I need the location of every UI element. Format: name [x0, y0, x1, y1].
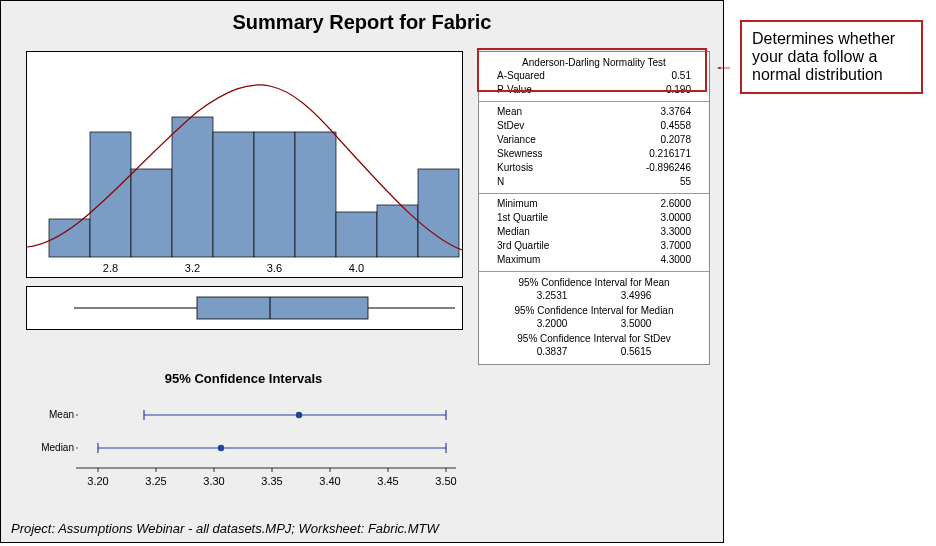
stat-value: 0.51 — [672, 69, 703, 83]
histogram-bar — [172, 117, 213, 257]
summary-row: Mean3.3764 — [485, 105, 703, 119]
summary-row: Variance0.2078 — [485, 133, 703, 147]
stat-label: P-Value — [485, 83, 532, 97]
histogram-tick-label: 2.8 — [103, 262, 118, 274]
ci-tick-label: 3.45 — [377, 475, 398, 487]
stat-value: 3.3000 — [660, 225, 703, 239]
summary-row: Skewness0.216171 — [485, 147, 703, 161]
ci-title: 95% Confidence Intervals — [26, 371, 461, 386]
boxplot-chart — [26, 286, 463, 330]
fivenum-row: 3rd Quartile3.7000 — [485, 239, 703, 253]
ci-high: 3.5000 — [621, 317, 652, 331]
stat-label: Kurtosis — [485, 161, 533, 175]
histogram-bar — [377, 205, 418, 257]
histogram-bar — [418, 169, 459, 257]
ci-tick-label: 3.50 — [435, 475, 456, 487]
stat-label: Mean — [485, 105, 522, 119]
footer-text: Project: Assumptions Webinar - all datas… — [11, 521, 439, 536]
histogram-bar — [213, 132, 254, 257]
normality-section: Anderson-Darling Normality Test A-Square… — [479, 52, 709, 102]
summary-row: N55 — [485, 175, 703, 189]
ci-stat-title: 95% Confidence Interval for StDev — [485, 331, 703, 345]
stat-label: Minimum — [485, 197, 538, 211]
stat-label: Median — [485, 225, 530, 239]
ci-tick-label: 3.35 — [261, 475, 282, 487]
ci-section: 95% Confidence Interval for Mean3.25313.… — [479, 272, 709, 364]
ci-tick-label: 3.25 — [145, 475, 166, 487]
histogram-bar — [131, 169, 172, 257]
ci-tick-label: 3.40 — [319, 475, 340, 487]
fivenum-section: Minimum2.60001st Quartile3.0000Median3.3… — [479, 194, 709, 272]
stat-value: 0.2078 — [660, 133, 703, 147]
ci-stat-title: 95% Confidence Interval for Mean — [485, 275, 703, 289]
fivenum-row: Maximum4.3000 — [485, 253, 703, 267]
stat-label: Variance — [485, 133, 536, 147]
boxplot-box — [197, 297, 368, 319]
histogram-tick-label: 3.2 — [185, 262, 200, 274]
histogram-bar — [295, 132, 336, 257]
ci-low: 3.2531 — [537, 289, 568, 303]
stat-label: Maximum — [485, 253, 540, 267]
histogram-bar — [254, 132, 295, 257]
stat-value: 4.3000 — [660, 253, 703, 267]
ci-stat-values: 0.38370.5615 — [485, 345, 703, 359]
fivenum-row: Median3.3000 — [485, 225, 703, 239]
histogram-chart: 2.83.23.64.0 — [26, 51, 463, 278]
callout-arrow — [707, 66, 740, 70]
ci-tick-label: 3.20 — [87, 475, 108, 487]
ci-tick-label: 3.30 — [203, 475, 224, 487]
summary-row: StDev0.4558 — [485, 119, 703, 133]
ci-point — [218, 445, 224, 451]
ci-high: 3.4996 — [621, 289, 652, 303]
stat-value: 3.7000 — [660, 239, 703, 253]
stat-value: 55 — [680, 175, 703, 189]
normality-row: P-Value0.190 — [485, 83, 703, 97]
ci-high: 0.5615 — [621, 345, 652, 359]
ci-low: 3.2000 — [537, 317, 568, 331]
ci-interval-chart: MeanMedian3.203.253.303.353.403.453.50 — [26, 393, 461, 498]
ci-point — [296, 412, 302, 418]
stat-label: A-Squared — [485, 69, 545, 83]
ci-low: 0.3837 — [537, 345, 568, 359]
callout-box: Determines whether your data follow a no… — [740, 20, 923, 94]
normality-title: Anderson-Darling Normality Test — [485, 55, 703, 69]
histogram-bar — [336, 212, 377, 257]
normality-row: A-Squared0.51 — [485, 69, 703, 83]
summary-row: Kurtosis-0.896246 — [485, 161, 703, 175]
stat-value: 3.3764 — [660, 105, 703, 119]
report-title: Summary Report for Fabric — [1, 11, 723, 34]
histogram-tick-label: 4.0 — [349, 262, 364, 274]
ci-stat-values: 3.20003.5000 — [485, 317, 703, 331]
fivenum-row: Minimum2.6000 — [485, 197, 703, 211]
stat-value: -0.896246 — [646, 161, 703, 175]
summary-stats-section: Mean3.3764StDev0.4558Variance0.2078Skewn… — [479, 102, 709, 194]
stat-value: 3.0000 — [660, 211, 703, 225]
ci-row-label: Mean — [49, 409, 74, 420]
ci-row-label: Median — [41, 442, 74, 453]
stat-label: StDev — [485, 119, 524, 133]
stat-label: 3rd Quartile — [485, 239, 549, 253]
ci-stat-values: 3.25313.4996 — [485, 289, 703, 303]
stat-label: N — [485, 175, 504, 189]
stat-value: 0.4558 — [660, 119, 703, 133]
stat-value: 0.216171 — [649, 147, 703, 161]
summary-report-panel: Summary Report for Fabric 2.83.23.64.0 9… — [0, 0, 724, 543]
stat-value: 0.190 — [666, 83, 703, 97]
stat-value: 2.6000 — [660, 197, 703, 211]
histogram-tick-label: 3.6 — [267, 262, 282, 274]
fivenum-row: 1st Quartile3.0000 — [485, 211, 703, 225]
stat-label: Skewness — [485, 147, 543, 161]
svg-marker-1 — [717, 66, 721, 69]
ci-stat-title: 95% Confidence Interval for Median — [485, 303, 703, 317]
stat-label: 1st Quartile — [485, 211, 548, 225]
statistics-panel: Anderson-Darling Normality Test A-Square… — [478, 51, 710, 365]
